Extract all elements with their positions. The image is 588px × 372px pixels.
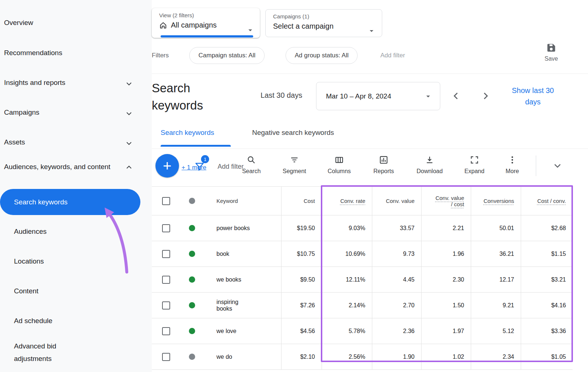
- previous-period-button[interactable]: [450, 90, 462, 103]
- chevron-down-icon: [125, 139, 133, 148]
- conv-value-cell: 33.57: [372, 215, 421, 241]
- download-button[interactable]: Download: [412, 155, 447, 175]
- expand-icon: [470, 155, 479, 165]
- more-filters-button[interactable]: + 1 more 1: [182, 160, 222, 179]
- conv-rate-cell: 9.03%: [322, 215, 372, 241]
- google-ads-app: Overview Recommendations Insights and re…: [0, 0, 588, 372]
- conv-value-cell: 2.36: [372, 318, 421, 344]
- collapse-toolbar-button[interactable]: [552, 160, 563, 173]
- tab-negative-search-keywords[interactable]: Negative search keywords: [252, 129, 334, 137]
- more-label: More: [506, 168, 519, 175]
- campaign-selector[interactable]: Campaigns (1) Select a campaign: [265, 9, 382, 37]
- conv-value-column-header[interactable]: Conv. value: [372, 187, 421, 215]
- chevron-down-icon: [246, 26, 255, 35]
- conv-value-cost-cell: 2.21: [421, 215, 471, 241]
- cost-cell: $10.75: [281, 241, 322, 267]
- save-icon: [546, 43, 556, 53]
- row-checkbox[interactable]: [162, 353, 170, 361]
- sidebar-item-advanced-bid-adjustments[interactable]: Advanced bid adjustments: [14, 340, 76, 365]
- sidebar-item-overview[interactable]: Overview: [4, 19, 133, 27]
- campaign-selector-label: Campaigns (1): [273, 13, 376, 19]
- view-selector[interactable]: View (2 filters) All campaigns: [152, 8, 260, 38]
- conversions-cell: 50.01: [471, 215, 521, 241]
- row-checkbox[interactable]: [162, 250, 170, 258]
- table-row[interactable]: power books $19.50 9.03% 33.57 2.21 50.0…: [152, 215, 573, 241]
- row-checkbox[interactable]: [162, 301, 170, 310]
- status-dot: [189, 302, 195, 308]
- sidebar-item-ad-schedule[interactable]: Ad schedule: [14, 317, 53, 325]
- sidebar-item-label: Advanced bid adjustments: [14, 342, 56, 362]
- cost-cell: $19.50: [281, 215, 322, 241]
- sidebar-item-label: Search keywords: [14, 198, 68, 206]
- show-last-30-days-link[interactable]: Show last 30 days: [512, 85, 554, 108]
- conv-rate-column-header[interactable]: Conv. rate: [322, 187, 372, 215]
- segment-button[interactable]: Segment: [277, 155, 312, 175]
- save-button[interactable]: Save: [539, 43, 563, 62]
- conv-value-cell: 1.90: [372, 344, 421, 369]
- campaign-selector-value: Select a campaign: [273, 22, 376, 31]
- view-selector-active-bar: [161, 35, 253, 37]
- table-row[interactable]: inspiring books $7.26 2.14% 2.70 1.50 9.…: [152, 293, 573, 318]
- conv-value-cell: 9.73: [372, 241, 421, 267]
- search-label: Search: [242, 168, 261, 175]
- select-all-checkbox[interactable]: [162, 197, 170, 205]
- chevron-up-icon: [125, 163, 133, 172]
- cost-conv-column-header[interactable]: Cost / conv.: [521, 187, 573, 215]
- expand-button[interactable]: Expand: [457, 155, 492, 175]
- table-row[interactable]: we do $2.10 2.56% 1.90 1.02 2.34 $1.05: [152, 344, 573, 370]
- chevron-down-icon: [125, 79, 133, 88]
- segment-icon: [290, 155, 299, 165]
- filter-chip-campaign-status[interactable]: Campaign status: All: [189, 47, 265, 64]
- sidebar-item-content[interactable]: Content: [14, 287, 39, 295]
- conversions-column-header[interactable]: Conversions: [471, 187, 521, 215]
- conv-value-cost-column-header[interactable]: Conv. value / cost: [421, 187, 471, 215]
- search-button[interactable]: Search: [234, 155, 269, 175]
- sidebar-item-label: Audiences, keywords, and content: [4, 161, 114, 173]
- search-icon: [247, 155, 256, 165]
- add-filter-link[interactable]: Add filter: [380, 52, 405, 59]
- row-checkbox[interactable]: [162, 327, 170, 335]
- more-vertical-icon: [508, 155, 517, 165]
- table-row[interactable]: book $10.75 10.69% 9.73 1.96 36.21 $1.15: [152, 241, 573, 267]
- columns-button[interactable]: Columns: [322, 155, 357, 175]
- conv-value-cost-cell: 1.02: [421, 344, 471, 369]
- cost-column-header[interactable]: Cost: [281, 187, 322, 215]
- tabs-divider: [152, 149, 588, 149]
- cost-conv-cell: $2.68: [521, 215, 573, 241]
- keywords-table: Keyword Cost Conv. rate Conv. value Conv…: [152, 187, 573, 370]
- sidebar-item-audiences[interactable]: Audiences: [14, 228, 47, 236]
- conv-rate-cell: 2.56%: [322, 344, 372, 369]
- filter-chip-ad-group-status[interactable]: Ad group status: All: [286, 47, 358, 64]
- chevron-left-icon: [450, 90, 462, 102]
- add-keyword-button[interactable]: +: [155, 154, 179, 178]
- sidebar-item-recommendations[interactable]: Recommendations: [4, 49, 133, 57]
- segment-label: Segment: [283, 168, 306, 175]
- download-label: Download: [416, 168, 442, 175]
- sidebar-item-campaigns[interactable]: Campaigns: [4, 108, 133, 118]
- tab-search-keywords[interactable]: Search keywords: [161, 129, 214, 137]
- cost-conv-cell: $3.21: [521, 267, 573, 292]
- chevron-down-icon: [125, 109, 133, 118]
- reports-button[interactable]: Reports: [366, 155, 401, 175]
- sidebar-item-audiences-keywords-content[interactable]: Audiences, keywords, and content: [4, 161, 133, 173]
- conv-rate-cell: 12.11%: [322, 267, 372, 292]
- status-dot: [189, 276, 195, 283]
- plus-icon: +: [163, 158, 171, 174]
- cost-cell: $9.50: [281, 267, 322, 292]
- row-checkbox[interactable]: [162, 224, 170, 232]
- home-icon: [159, 21, 167, 29]
- row-checkbox[interactable]: [162, 276, 170, 284]
- table-row[interactable]: we love $4.56 5.78% 2.36 1.97 5.12 $3.36: [152, 318, 573, 344]
- table-row[interactable]: we books $9.50 12.11% 4.45 2.30 12.17 $3…: [152, 267, 573, 293]
- sidebar-item-assets[interactable]: Assets: [4, 138, 133, 148]
- filters-label: Filters: [152, 52, 169, 59]
- sidebar-item-locations[interactable]: Locations: [14, 257, 44, 265]
- sidebar-item-search-keywords-selected[interactable]: Search keywords: [0, 189, 140, 215]
- date-range-picker[interactable]: Mar 10 – Apr 8, 2024: [316, 82, 440, 110]
- more-button[interactable]: More: [495, 155, 530, 175]
- next-period-button[interactable]: [480, 90, 491, 103]
- conv-value-cost-cell: 1.50: [421, 293, 471, 318]
- sidebar-item-insights-and-reports[interactable]: Insights and reports: [4, 79, 133, 88]
- keyword-column-header[interactable]: Keyword: [204, 187, 281, 215]
- status-dot-header[interactable]: [189, 198, 195, 204]
